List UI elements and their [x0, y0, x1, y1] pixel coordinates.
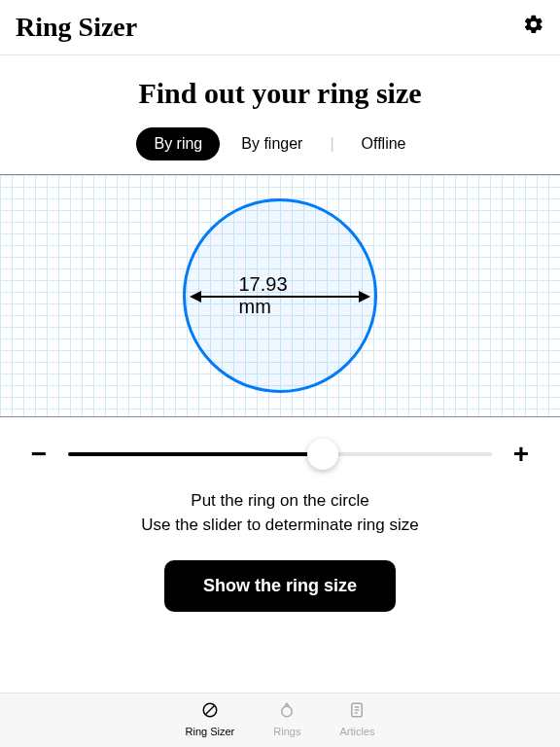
rings-icon — [278, 701, 296, 724]
slider-row: − + — [27, 439, 533, 470]
arrow-left-icon — [190, 291, 201, 302]
app-header: Ring Sizer — [0, 0, 560, 55]
slider-thumb[interactable] — [307, 439, 338, 470]
svg-line-1 — [205, 706, 214, 715]
increase-button[interactable]: + — [509, 439, 533, 470]
tab-separator: | — [324, 135, 339, 153]
app-title: Ring Sizer — [16, 12, 137, 43]
nav-articles[interactable]: Articles — [339, 701, 374, 737]
nav-label: Rings — [273, 726, 300, 737]
hero: Find out your ring size — [0, 55, 560, 127]
instructions: Put the ring on the circle Use the slide… — [27, 489, 533, 537]
tab-offline[interactable]: Offline — [344, 127, 424, 160]
instruction-line-1: Put the ring on the circle — [27, 489, 533, 514]
ring-circle[interactable]: 17.93 mm — [183, 198, 377, 393]
decrease-button[interactable]: − — [27, 439, 51, 470]
bottom-nav: Ring Sizer Rings Articles — [0, 693, 560, 747]
measurement-grid: 17.93 mm — [0, 174, 560, 417]
nav-ring-sizer[interactable]: Ring Sizer — [186, 701, 235, 737]
diameter-label: 17.93 mm — [233, 273, 328, 318]
instruction-line-2: Use the slider to determinate ring size — [27, 514, 533, 538]
controls: − + Put the ring on the circle Use the s… — [0, 417, 560, 612]
size-slider[interactable] — [68, 439, 492, 470]
page-title: Find out your ring size — [0, 77, 560, 110]
arrow-right-icon — [359, 291, 370, 302]
slider-track-fill — [68, 452, 323, 456]
settings-icon[interactable] — [523, 14, 544, 41]
tab-by-ring[interactable]: By ring — [136, 127, 220, 160]
ring-sizer-icon — [201, 701, 219, 724]
nav-label: Articles — [339, 726, 374, 737]
tab-by-finger[interactable]: By finger — [224, 127, 320, 160]
nav-rings[interactable]: Rings — [273, 701, 300, 737]
nav-label: Ring Sizer — [186, 726, 235, 737]
mode-tabs: By ring By finger | Offline — [0, 127, 560, 160]
show-ring-size-button[interactable]: Show the ring size — [164, 560, 396, 612]
articles-icon — [348, 701, 366, 724]
svg-point-2 — [282, 706, 293, 717]
